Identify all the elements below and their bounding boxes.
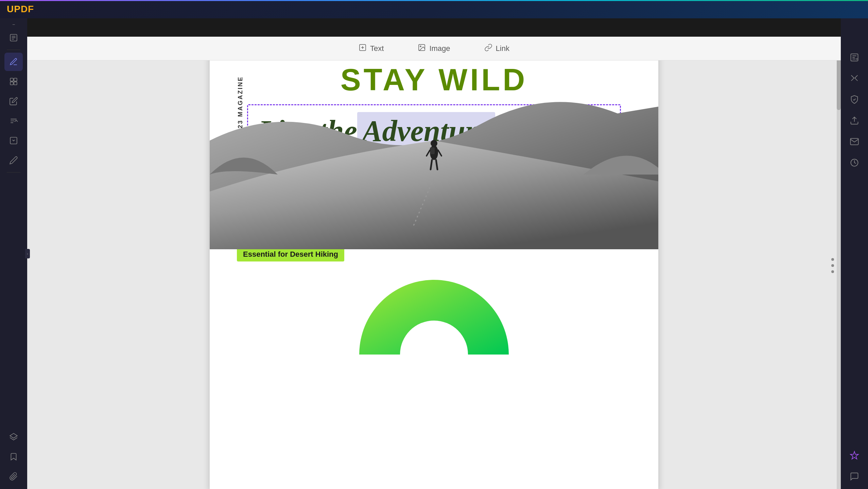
titlebar: UPDF (0, 0, 868, 18)
right-icon-comment[interactable] (845, 467, 864, 486)
collapse-sidebar-button[interactable]: › (25, 249, 30, 258)
link-icon (484, 43, 492, 54)
right-icon-email[interactable] (845, 132, 864, 151)
svg-rect-6 (10, 82, 13, 85)
right-icon-replace[interactable] (845, 69, 864, 88)
dot-1 (831, 258, 834, 261)
essential-badge: Essential for Desert Hiking (237, 247, 344, 261)
right-icon-ai[interactable] (845, 446, 864, 465)
text-icon (359, 43, 367, 54)
pdf-page: ISSUE 23 MAGAZINE STAY WILD Live the Adv… (210, 49, 658, 489)
image-icon (418, 43, 426, 54)
image-label: Image (429, 44, 450, 53)
toolbar-image-button[interactable]: Image (411, 40, 457, 57)
titlebar-gradient (0, 0, 868, 1)
page-content: STAY WILD Live the Adventure ⚡ 🤘 Essenti… (210, 49, 658, 249)
right-icon-history[interactable] (845, 153, 864, 172)
left-sidebar: › − (0, 18, 27, 489)
svg-rect-17 (430, 147, 435, 154)
dot-3 (831, 270, 834, 273)
svg-rect-5 (14, 78, 17, 81)
vertical-scrollbar[interactable] (837, 42, 841, 489)
sidebar-divider-2 (7, 172, 20, 173)
svg-rect-4 (10, 78, 13, 81)
dune-section (210, 73, 658, 249)
app-logo: UPDF (7, 4, 34, 15)
link-label: Link (496, 44, 509, 53)
right-sidebar (841, 18, 868, 489)
sidebar-divider-1 (7, 50, 20, 50)
dot-2 (831, 264, 834, 267)
right-icon-ocr[interactable] (845, 48, 864, 67)
right-icon-export[interactable] (845, 111, 864, 130)
text-label: Text (370, 44, 384, 53)
sidebar-item-reader[interactable] (4, 29, 23, 47)
canvas-area: ISSUE 23 MAGAZINE STAY WILD Live the Adv… (27, 42, 841, 489)
toolbar-link-button[interactable]: Link (478, 40, 516, 57)
app-container: › − (0, 18, 868, 489)
sidebar-item-sign[interactable] (4, 151, 23, 169)
sidebar-item-organize[interactable] (4, 72, 23, 91)
svg-point-12 (420, 46, 421, 47)
sidebar-item-annotate[interactable] (4, 53, 23, 71)
svg-point-16 (431, 140, 437, 147)
sidebar-item-protect[interactable] (4, 131, 23, 150)
top-toolbar: Text Image Link (27, 37, 841, 60)
svg-rect-7 (14, 82, 17, 85)
sidebar-item-layers[interactable] (4, 428, 23, 446)
vertical-dots (831, 258, 834, 273)
scroll-up-icon[interactable]: − (12, 22, 15, 27)
toolbar-text-button[interactable]: Text (352, 40, 390, 57)
sidebar-item-attachments[interactable] (4, 467, 23, 486)
sidebar-item-bookmarks[interactable] (4, 448, 23, 466)
right-icon-protect[interactable] (845, 90, 864, 109)
sidebar-item-edit[interactable] (4, 92, 23, 110)
sidebar-item-convert[interactable] (4, 112, 23, 130)
svg-marker-9 (10, 433, 17, 438)
